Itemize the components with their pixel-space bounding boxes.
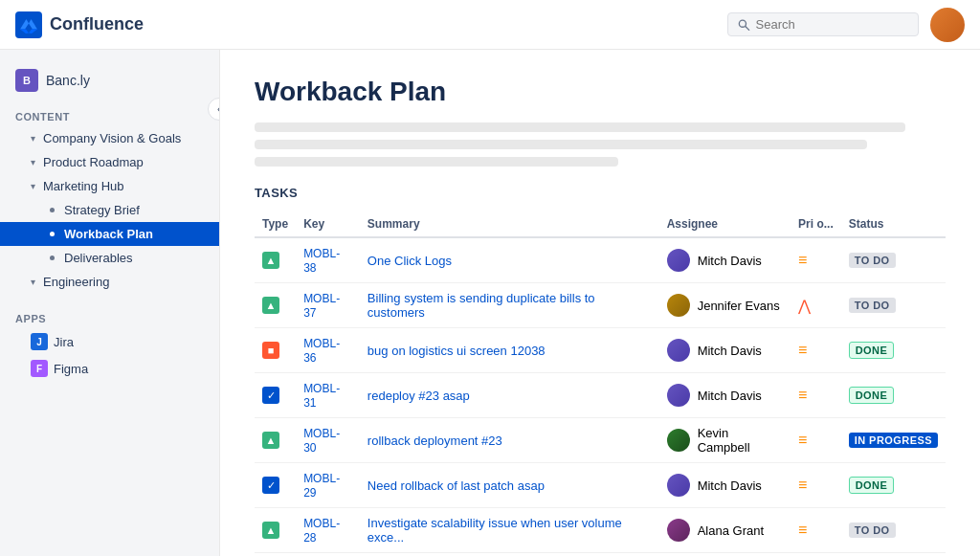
tasks-title: TASKS [255,186,946,200]
assignee-name: Mitch Davis [698,254,762,268]
tasks-table: Type Key Summary Assignee Pri o... Statu… [255,211,946,553]
task-key-link[interactable]: MOBL-37 [303,292,340,320]
sidebar-item-label: Workback Plan [64,227,204,241]
type-icon: ▲ [262,297,279,314]
assignee-avatar [667,294,690,317]
task-summary-link[interactable]: redeploy #23 asap [368,389,470,403]
col-type: Type [255,211,296,237]
sidebar-item-label: Strategy Brief [64,203,204,217]
bullet-icon [50,208,55,212]
assignee-cell: Mitch Davis [667,249,783,272]
sidebar-item-product-roadmap[interactable]: ▾ Product Roadmap [0,150,219,174]
status-badge: TO DO [849,253,896,268]
task-key-link[interactable]: MOBL-31 [303,382,340,410]
task-summary-link[interactable]: bug on logistics ui screen 12038 [368,344,546,358]
task-key-link[interactable]: MOBL-38 [303,247,340,275]
assignee-cell: Alana Grant [667,519,783,542]
sidebar-item-jira[interactable]: J Jira [0,328,219,355]
assignee-avatar [667,249,690,272]
assignee-cell: Mitch Davis [667,339,783,362]
search-icon [738,18,750,32]
assignee-name: Jennifer Evans [698,299,780,313]
topnav: Confluence [0,0,980,50]
col-summary: Summary [360,211,659,237]
chevron-icon: ▾ [31,157,35,167]
priority-medium-icon: ≡ [798,477,807,493]
space-icon: B [15,69,38,92]
assignee-cell: Kevin Campbell [667,426,783,455]
logo[interactable]: Confluence [15,11,144,38]
type-icon: ▲ [262,432,279,449]
sidebar-item-label: Marketing Hub [43,179,204,193]
table-row[interactable]: ■ MOBL-36 bug on logistics ui screen 120… [255,328,946,373]
task-summary-link[interactable]: Investigate scalability issue when user … [368,516,622,545]
col-status: Status [841,211,946,237]
assignee-name: Mitch Davis [698,389,762,403]
assignee-name: Kevin Campbell [698,426,783,455]
sidebar-item-label: Jira [54,335,204,349]
assignee-avatar [667,519,690,542]
figma-icon: F [31,360,48,377]
table-row[interactable]: ▲ MOBL-37 Billing system is sending dupl… [255,283,946,328]
chevron-icon: ▾ [31,133,35,144]
task-summary-link[interactable]: One Click Logs [368,254,452,268]
task-key-link[interactable]: MOBL-30 [303,427,340,455]
col-key: Key [296,211,360,237]
skeleton-line-1 [255,122,905,132]
sidebar-item-label: Deliverables [64,251,204,265]
search-bar[interactable] [727,12,919,36]
sidebar-item-strategy-brief[interactable]: Strategy Brief [0,198,219,222]
chevron-icon: ▾ [31,181,35,191]
tasks-section: TASKS Type Key Summary Assignee Pri o...… [255,186,946,553]
task-key-link[interactable]: MOBL-36 [303,337,340,365]
type-icon: ▲ [262,522,279,539]
bullet-icon [50,232,55,236]
assignee-cell: Mitch Davis [667,384,783,407]
task-summary-link[interactable]: rollback deployment #23 [368,434,502,448]
sidebar-item-engineering[interactable]: ▾ Engineering [0,270,219,294]
task-key-link[interactable]: MOBL-29 [303,472,340,500]
priority-high-icon: ⋀ [798,298,811,314]
search-input[interactable] [756,17,908,32]
sidebar-item-workback-plan[interactable]: Workback Plan [0,222,219,246]
sidebar-item-company-vision[interactable]: ▾ Company Vision & Goals [0,126,219,150]
priority-medium-icon: ≡ [798,522,807,538]
task-summary-link[interactable]: Need rollback of last patch asap [368,478,545,493]
page-title: Workback Plan [255,77,946,107]
status-badge: TO DO [849,298,896,313]
col-assignee: Assignee [659,211,791,237]
task-key-link[interactable]: MOBL-28 [303,517,340,545]
apps-section-label: APPS [0,301,219,328]
space-name: Banc.ly [46,73,90,88]
type-icon: ■ [262,342,279,359]
table-header: Type Key Summary Assignee Pri o... Statu… [255,211,946,237]
task-summary-link[interactable]: Billing system is sending duplicate bill… [368,291,595,320]
assignee-name: Alana Grant [698,523,764,538]
status-badge: IN PROGRESS [849,433,938,448]
table-row[interactable]: ▲ MOBL-30 rollback deployment #23 Kevin … [255,418,946,463]
table-row[interactable]: ▲ MOBL-38 One Click Logs Mitch Davis ≡ T… [255,237,946,283]
user-avatar[interactable] [930,8,965,42]
table-row[interactable]: ✓ MOBL-31 redeploy #23 asap Mitch Davis … [255,373,946,418]
bullet-icon [50,256,55,260]
status-badge: DONE [849,342,895,359]
type-icon: ▲ [262,252,279,269]
sidebar-item-marketing-hub[interactable]: ▾ Marketing Hub [0,174,219,198]
assignee-name: Mitch Davis [698,344,762,358]
priority-medium-icon: ≡ [798,387,807,403]
sidebar-item-figma[interactable]: F Figma [0,355,219,382]
skeleton-line-3 [255,157,618,167]
skeleton-line-2 [255,140,867,149]
skeleton-content [255,122,946,167]
table-row[interactable]: ▲ MOBL-28 Investigate scalability issue … [255,508,946,553]
svg-line-2 [746,26,749,30]
layout: ‹ B Banc.ly CONTENT ▾ Company Vision & G… [0,50,980,556]
assignee-cell: Mitch Davis [667,474,783,497]
sidebar-item-deliverables[interactable]: Deliverables [0,246,219,270]
space-header[interactable]: B Banc.ly [0,61,219,100]
table-body: ▲ MOBL-38 One Click Logs Mitch Davis ≡ T… [255,237,946,553]
table-row[interactable]: ✓ MOBL-29 Need rollback of last patch as… [255,463,946,508]
col-priority: Pri o... [791,211,841,237]
assignee-avatar [667,474,690,497]
priority-medium-icon: ≡ [798,342,807,358]
